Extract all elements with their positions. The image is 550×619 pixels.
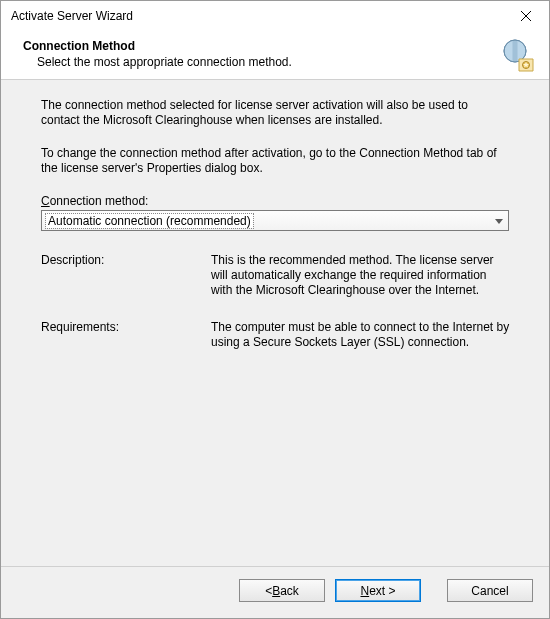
requirements-row: Requirements: The computer must be able …	[41, 320, 511, 350]
window-title: Activate Server Wizard	[11, 9, 133, 23]
close-icon	[521, 11, 531, 21]
titlebar: Activate Server Wizard	[1, 1, 549, 31]
back-button[interactable]: < Back	[239, 579, 325, 602]
wizard-body: The connection method selected for licen…	[1, 80, 549, 566]
wizard-header: Connection Method Select the most approp…	[1, 31, 549, 79]
description-row: Description: This is the recommended met…	[41, 253, 511, 298]
connection-method-value: Automatic connection (recommended)	[46, 214, 253, 228]
requirements-label: Requirements:	[41, 320, 211, 350]
connection-method-dropdown[interactable]: Automatic connection (recommended)	[41, 210, 509, 231]
chevron-down-icon	[491, 214, 506, 228]
wizard-footer: < Back Next > Cancel	[1, 567, 549, 618]
wizard-window: Activate Server Wizard Connection Method…	[0, 0, 550, 619]
description-label: Description:	[41, 253, 211, 298]
svg-rect-3	[513, 40, 518, 62]
requirements-value: The computer must be able to connect to …	[211, 320, 511, 350]
info-paragraph-2: To change the connection method after ac…	[41, 146, 501, 176]
license-server-icon	[499, 37, 535, 76]
cancel-button[interactable]: Cancel	[447, 579, 533, 602]
header-subtitle: Select the most appropriate connection m…	[23, 55, 539, 69]
close-button[interactable]	[503, 1, 549, 31]
connection-method-label: Connection method:	[41, 194, 523, 208]
header-title: Connection Method	[23, 39, 539, 53]
description-value: This is the recommended method. The lice…	[211, 253, 511, 298]
next-button[interactable]: Next >	[335, 579, 421, 602]
info-paragraph-1: The connection method selected for licen…	[41, 98, 501, 128]
